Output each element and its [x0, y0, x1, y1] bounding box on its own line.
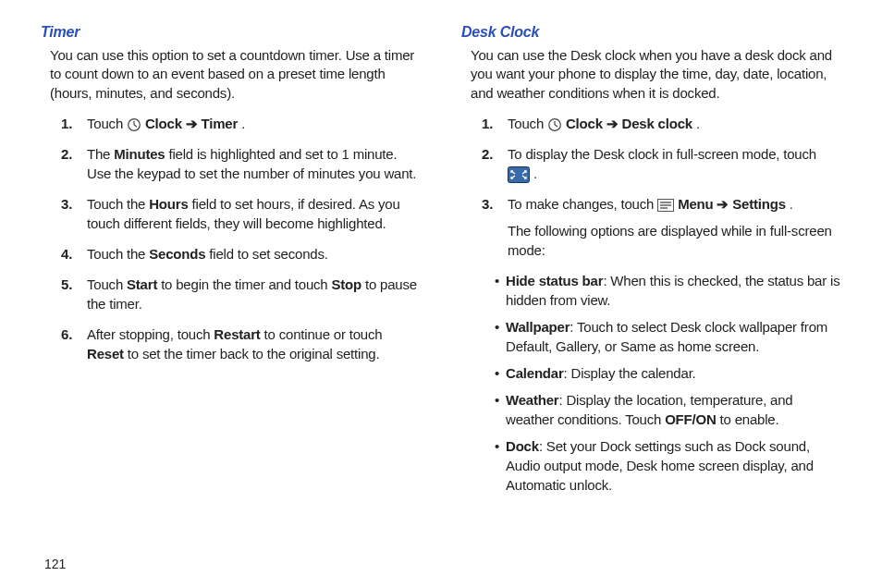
- text: .: [790, 196, 793, 212]
- bold-text: OFF/ON: [665, 411, 716, 427]
- bullet-icon: •: [495, 317, 506, 356]
- list-item: 3. To make changes, touch Menu ➔ Setting…: [482, 194, 841, 260]
- bold-text: Start: [127, 276, 157, 292]
- bold-text: Stop: [331, 276, 361, 292]
- list-item: 1. Touch Clock ➔ Desk clock .: [482, 114, 841, 133]
- timer-heading: Timer: [41, 24, 421, 41]
- bullet-icon: •: [495, 436, 506, 495]
- svg-rect-6: [508, 166, 530, 182]
- bullet-icon: •: [495, 363, 506, 383]
- step-text: Touch Clock ➔ Desk clock .: [508, 114, 841, 133]
- bold-text: Restart: [214, 326, 260, 342]
- text: Touch the: [87, 246, 149, 262]
- deskclock-options: •Hide status bar: When this is checked, …: [461, 271, 841, 495]
- arrow-icon: ➔: [186, 116, 202, 131]
- arrow-icon: ➔: [606, 116, 622, 131]
- timer-intro: You can use this option to set a countdo…: [50, 46, 421, 103]
- page-number: 121: [44, 557, 66, 571]
- bold-text: Settings: [732, 196, 786, 212]
- text: The: [87, 146, 114, 162]
- deskclock-heading: Desk Clock: [461, 24, 841, 41]
- step-number: 4.: [61, 244, 87, 263]
- fullscreen-icon: [508, 166, 530, 183]
- step-number: 1.: [482, 114, 508, 133]
- list-item: •Wallpaper: Touch to select Desk clock w…: [495, 317, 841, 356]
- bold-text: Weather: [506, 392, 559, 408]
- bold-text: Minutes: [114, 146, 165, 162]
- step-number: 2.: [61, 144, 87, 183]
- list-item: •Calendar: Display the calendar.: [495, 363, 841, 383]
- left-column: Timer You can use this option to set a c…: [41, 24, 441, 581]
- bold-text: Reset: [87, 346, 124, 361]
- step-text: To make changes, touch Menu ➔ Settings .…: [508, 194, 841, 260]
- text: .: [533, 165, 537, 181]
- text: .: [696, 116, 700, 131]
- text: field to set seconds.: [205, 246, 327, 262]
- step-number: 5.: [61, 275, 87, 313]
- bold-text: Menu: [678, 196, 713, 212]
- text: Touch: [87, 116, 127, 131]
- text: To make changes, touch: [508, 196, 657, 212]
- text: The following options are displayed whil…: [508, 223, 832, 258]
- bullet-icon: •: [495, 390, 506, 429]
- bullet-text: Hide status bar: When this is checked, t…: [506, 271, 841, 310]
- clock-icon: [127, 117, 141, 132]
- text: to enable.: [717, 411, 779, 427]
- svg-line-5: [555, 125, 557, 127]
- list-item: 4. Touch the Seconds field to set second…: [61, 244, 421, 263]
- step-number: 6.: [61, 325, 87, 363]
- list-item: •Dock: Set your Dock settings such as Do…: [495, 436, 841, 495]
- bold-text: Seconds: [149, 246, 205, 262]
- step-number: 3.: [61, 194, 87, 233]
- text: Touch: [508, 116, 547, 131]
- step-text: Touch the Hours field to set hours, if d…: [87, 194, 421, 233]
- list-item: 2. The Minutes field is highlighted and …: [61, 144, 421, 183]
- bold-text: Calendar: [506, 365, 564, 381]
- list-item: •Hide status bar: When this is checked, …: [495, 271, 841, 310]
- step-number: 3.: [482, 194, 508, 260]
- bold-text: Timer: [202, 116, 239, 131]
- step-number: 1.: [61, 114, 87, 133]
- bold-text: Wallpaper: [506, 319, 570, 335]
- text: to set the timer back to the original se…: [124, 346, 380, 361]
- text: : Display the calendar.: [564, 365, 696, 381]
- step-text: To display the Desk clock in full-screen…: [508, 144, 841, 183]
- step-text: Touch Start to begin the timer and touch…: [87, 275, 421, 313]
- list-item: 2. To display the Desk clock in full-scr…: [482, 144, 841, 183]
- step-text: Touch the Seconds field to set seconds.: [87, 244, 421, 263]
- deskclock-intro: You can use the Desk clock when you have…: [471, 46, 841, 103]
- bullet-text: Calendar: Display the calendar.: [506, 363, 841, 383]
- bullet-text: Dock: Set your Dock settings such as Doc…: [506, 436, 841, 495]
- step-text: Touch Clock ➔ Timer .: [87, 114, 421, 133]
- list-item: 5. Touch Start to begin the timer and to…: [61, 275, 421, 313]
- list-item: 3. Touch the Hours field to set hours, i…: [61, 194, 421, 233]
- manual-page: Timer You can use this option to set a c…: [0, 0, 882, 588]
- text: to continue or touch: [261, 326, 383, 342]
- text: Touch the: [87, 196, 149, 212]
- bold-text: Hide status bar: [506, 273, 603, 288]
- text: : Set your Dock settings such as Dock so…: [506, 438, 814, 493]
- bullet-text: Weather: Display the location, temperatu…: [506, 390, 841, 429]
- bold-text: Desk clock: [622, 116, 692, 131]
- step-number: 2.: [482, 144, 508, 183]
- arrow-icon: ➔: [717, 196, 732, 212]
- bold-text: Clock: [145, 116, 182, 131]
- text: to begin the timer and touch: [157, 276, 331, 292]
- timer-steps: 1. Touch Clock ➔ Timer . 2. The Minutes …: [41, 114, 421, 363]
- deskclock-steps: 1. Touch Clock ➔ Desk clock . 2. To disp…: [461, 114, 841, 260]
- list-item: •Weather: Display the location, temperat…: [495, 390, 841, 429]
- svg-line-2: [134, 125, 137, 127]
- text: To display the Desk clock in full-screen…: [508, 146, 816, 162]
- bold-text: Hours: [149, 196, 188, 212]
- bold-text: Clock: [566, 116, 603, 131]
- menu-icon: [657, 199, 674, 212]
- clock-icon: [547, 117, 562, 132]
- text: After stopping, touch: [87, 326, 214, 342]
- step-text: After stopping, touch Restart to continu…: [87, 325, 421, 363]
- list-item: 1. Touch Clock ➔ Timer .: [61, 114, 421, 133]
- text: .: [241, 116, 245, 131]
- list-item: 6. After stopping, touch Restart to cont…: [61, 325, 421, 363]
- bullet-text: Wallpaper: Touch to select Desk clock wa…: [506, 317, 841, 356]
- right-column: Desk Clock You can use the Desk clock wh…: [441, 24, 841, 581]
- text: Touch: [87, 276, 127, 292]
